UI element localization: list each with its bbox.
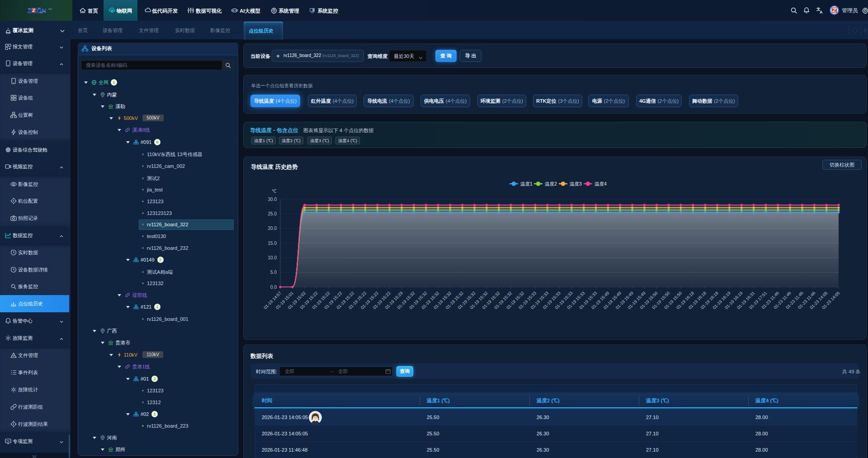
svg-text:30.0: 30.0: [268, 197, 277, 202]
svg-text:A: A: [820, 10, 823, 14]
svg-text:5.0: 5.0: [270, 270, 277, 275]
svg-text:ZIZGN: ZIZGN: [28, 7, 46, 14]
svg-text:℃: ℃: [272, 189, 277, 194]
svg-text:15.0: 15.0: [268, 241, 277, 246]
svg-text:温度1: 温度1: [520, 181, 533, 186]
svg-text:温度4: 温度4: [594, 181, 607, 186]
svg-text:10.0: 10.0: [268, 255, 277, 260]
svg-text:20.0: 20.0: [268, 226, 277, 231]
svg-text:温度3: 温度3: [570, 181, 582, 186]
svg-text:25.0: 25.0: [268, 211, 277, 216]
svg-text:温度2: 温度2: [545, 181, 557, 186]
svg-text:0.0: 0.0: [270, 285, 277, 290]
